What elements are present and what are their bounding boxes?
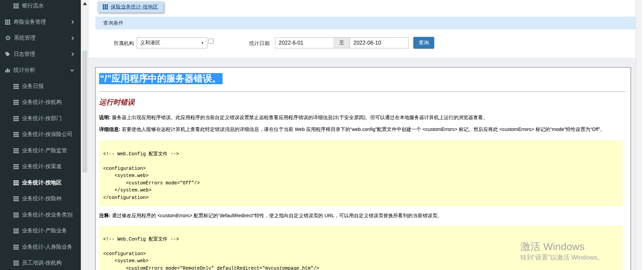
sidebar-item-label: 寿险业务管理	[14, 19, 46, 26]
grid-icon	[14, 245, 19, 250]
error-heading: 运行时错误	[99, 97, 626, 107]
main-content: 保险业务统计-按地区 查询条件 所属机构 义和港区 ▼ 统计日期 至 查询 “/…	[89, 0, 636, 270]
org-label: 所属机构	[114, 40, 134, 47]
date-range-separator: 至	[333, 37, 350, 48]
sidebar-item-label: 日志管理	[14, 51, 35, 58]
sidebar: 银行流水 寿险业务管理 ⚙ 系统管理 日志管理 统计分析 业务日报 业	[0, 0, 81, 270]
sidebar-menu: 银行流水 寿险业务管理 ⚙ 系统管理 日志管理 统计分析 业务日报 业	[0, 0, 81, 270]
scroll-up-arrow-icon[interactable]	[83, 2, 87, 5]
sidebar-item-stats-property-business[interactable]: 业务统计-产险业务	[0, 223, 81, 239]
desc-label: 说明:	[99, 115, 111, 120]
sidebar-item-label: 银行流水	[22, 2, 44, 9]
note-text: 通过修改应用程序的 <customErrors> 配置标记的“defaultRe…	[111, 213, 442, 218]
grid-icon	[14, 148, 19, 153]
search-button[interactable]: 查询	[413, 37, 434, 49]
sidebar-item-stats-by-insurer[interactable]: 业务统计-按保险公司	[0, 127, 81, 143]
sidebar-scrollbar-thumb[interactable]	[82, 51, 87, 173]
error-title: “/”应用程序中的服务器错误。	[99, 72, 626, 85]
sidebar-item-business-daily[interactable]: 业务日报	[0, 78, 81, 95]
sidebar-item-label: 业务统计-按机构	[22, 99, 62, 106]
sidebar-item-stats-by-channel[interactable]: 业务统计-按渠道	[0, 159, 81, 175]
sidebar-item-stats-by-insurance-type[interactable]: 业务统计-按险种	[0, 191, 81, 207]
sidebar-item-stats-by-business-category[interactable]: 业务统计-按业务类别	[0, 207, 81, 223]
grid-icon	[14, 116, 19, 121]
sidebar-item-stats-analysis[interactable]: 统计分析	[0, 62, 81, 78]
error-details: 详细信息: 若要使他人能够在远程计算机上查看此特定错误消息的详细信息，请在位于当…	[99, 126, 626, 132]
sidebar-item-stats-by-region[interactable]: 业务统计-按地区	[0, 175, 81, 191]
sidebar-item-label: 业务统计-产险监管	[22, 147, 67, 154]
sidebar-item-label: 员工培训-按机构	[22, 260, 62, 267]
page-scrollbar[interactable]	[636, 0, 642, 270]
sidebar-item-label: 业务统计-按业务类别	[22, 211, 72, 219]
sidebar-item-stats-property-regulation[interactable]: 业务统计-产险监管	[0, 143, 81, 159]
gear-icon: ⚙	[5, 36, 11, 41]
sidebar-item-stats-personal-insurance[interactable]: 业务统计-人身险业务	[0, 239, 81, 255]
webconfig-code-block-1: <!-- Web.Config 配置文件 --> <configuration>…	[99, 140, 623, 206]
grid-icon	[14, 212, 19, 218]
caret-down-icon: ▼	[201, 41, 204, 45]
chevron-right-icon	[70, 36, 74, 40]
org-select[interactable]: 义和港区 ▼	[137, 37, 207, 48]
grid-icon	[14, 228, 19, 233]
error-description: 说明: 服务器上出现应用程序错误。此应用程序的当前自定义错误设置禁止远程查看应用…	[99, 114, 626, 120]
grid-icon	[103, 4, 108, 9]
bar-chart-icon	[5, 68, 10, 73]
grid-icon	[14, 164, 19, 169]
grid-icon	[14, 196, 19, 201]
chevron-down-icon	[70, 68, 74, 71]
grid-icon	[14, 3, 19, 8]
watermark-line1: 激活 Windows	[520, 240, 604, 253]
tab-stats-by-region[interactable]: 保险业务统计-按地区	[97, 1, 163, 13]
detail-text: 若要使他人能够在远程计算机上查看此特定错误消息的详细信息，请在位于当前 Web …	[120, 127, 605, 132]
sidebar-item-log-mgmt[interactable]: 日志管理	[0, 46, 81, 63]
result-area: “/”应用程序中的服务器错误。 运行时错误 说明: 服务器上出现应用程序错误。此…	[89, 58, 636, 270]
grid-icon	[14, 84, 19, 89]
server-error-page: “/”应用程序中的服务器错误。 运行时错误 说明: 服务器上出现应用程序错误。此…	[95, 67, 631, 270]
sidebar-item-stats-by-org[interactable]: 业务统计-按机构	[0, 94, 81, 111]
sidebar-item-label: 业务日报	[22, 83, 44, 90]
sidebar-scrollbar[interactable]	[81, 0, 89, 270]
desc-text: 服务器上出现应用程序错误。此应用程序的当前自定义错误设置禁止远程查看应用程序错误…	[111, 115, 488, 120]
sidebar-item-system-mgmt[interactable]: ⚙ 系统管理	[0, 30, 81, 46]
date-label: 统计日期	[249, 40, 270, 47]
grid-icon	[14, 180, 19, 185]
error-title-selected-text: “/”应用程序中的服务器错误。	[99, 73, 223, 84]
grid-icon	[14, 261, 19, 266]
sidebar-item-label: 业务统计-按险种	[22, 195, 62, 202]
divider	[98, 91, 626, 92]
grid-icon	[14, 132, 19, 137]
sidebar-item-label: 统计分析	[14, 67, 35, 74]
org-checkbox[interactable]	[208, 39, 213, 44]
sidebar-item-label: 业务统计-人身险业务	[22, 244, 72, 251]
detail-label: 详细信息:	[99, 127, 120, 132]
date-to-input[interactable]	[350, 37, 409, 48]
org-select-value: 义和港区	[140, 40, 160, 46]
query-panel-title: 查询条件	[103, 20, 123, 26]
date-from-input[interactable]	[275, 37, 334, 48]
sidebar-item-label: 业务统计-按部门	[22, 115, 62, 122]
error-note: 注释: 通过修改应用程序的 <customErrors> 配置标记的“defau…	[99, 212, 626, 219]
tag-icon	[5, 52, 10, 57]
grid-icon	[5, 20, 10, 25]
sidebar-item-life-insurance-mgmt[interactable]: 寿险业务管理	[0, 14, 81, 30]
grid-icon	[14, 100, 19, 105]
sidebar-item-label: 业务统计-按渠道	[22, 163, 62, 170]
chevron-right-icon	[70, 52, 74, 56]
windows-activation-watermark: 激活 Windows 转到“设置”以激活 Windows。	[520, 240, 604, 262]
sidebar-item-stats-by-dept[interactable]: 业务统计-按部门	[0, 111, 81, 127]
sidebar-item-bank-flow[interactable]: 银行流水	[0, 0, 81, 14]
sidebar-item-label: 业务统计-按保险公司	[22, 131, 72, 138]
tab-label: 保险业务统计-按地区	[111, 4, 158, 10]
sidebar-item-label: 业务统计-按地区	[22, 179, 62, 186]
sidebar-item-label: 业务统计-产险业务	[22, 227, 67, 234]
chevron-right-icon	[70, 20, 74, 24]
sidebar-item-training-by-org[interactable]: 员工培训-按机构	[0, 255, 81, 270]
watermark-line2: 转到“设置”以激活 Windows。	[520, 253, 604, 262]
query-panel-header: 查询条件	[95, 17, 636, 29]
note-label: 注释:	[99, 213, 111, 218]
query-panel-body: 所属机构 义和港区 ▼ 统计日期 至 查询	[95, 29, 636, 58]
sidebar-item-label: 系统管理	[14, 35, 36, 42]
